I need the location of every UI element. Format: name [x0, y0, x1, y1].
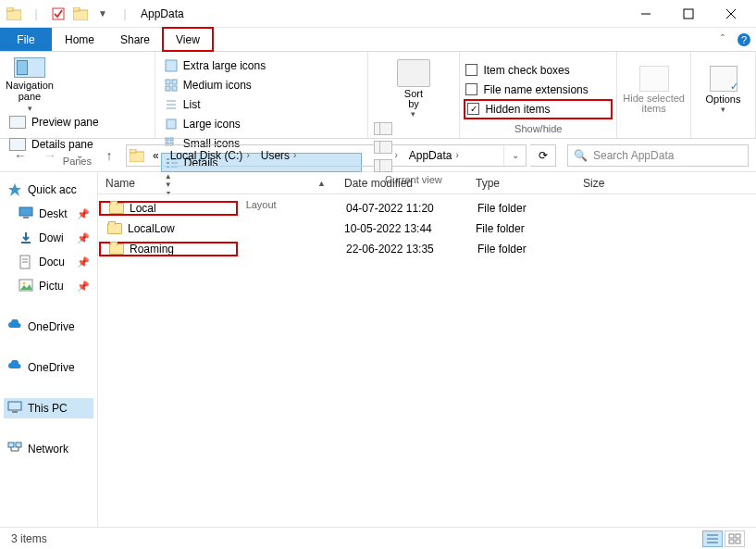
tree-desktop[interactable]: Deskt📌 [4, 204, 93, 224]
nav-tree[interactable]: Quick acc Deskt📌 Dowi📌 Docu📌 Pictu📌 OneD… [0, 172, 98, 527]
hide-selected-icon [639, 66, 669, 92]
ribbon-tabstrip: File Home Share View ˆ ? [0, 28, 756, 52]
tab-home[interactable]: Home [52, 28, 107, 51]
layout-list[interactable]: List [161, 94, 362, 114]
view-details-button[interactable] [702, 530, 723, 547]
pc-icon [7, 401, 22, 416]
forward-button[interactable]: → [37, 143, 63, 168]
tree-onedrive[interactable]: OneDrive [4, 317, 93, 337]
svg-rect-51 [729, 534, 734, 538]
large-icon [165, 118, 178, 131]
list-item[interactable]: Roaming 22-06-2022 13:35 File folder [98, 239, 756, 259]
chevron-right-icon[interactable]: › [394, 150, 397, 160]
svg-text:?: ? [741, 34, 747, 45]
svg-rect-14 [166, 86, 170, 91]
breadcrumb-item[interactable]: Local Disk (C:)› [165, 145, 255, 166]
status-item-count: 3 items [11, 532, 47, 545]
folder-icon [109, 203, 124, 214]
column-header-date[interactable]: Date modified [337, 172, 468, 193]
column-header-size[interactable]: Size [576, 172, 650, 193]
file-list-area: Name ▲ Date modified Type Size Local 04-… [98, 172, 756, 527]
add-columns-button[interactable] [374, 141, 392, 154]
svg-rect-44 [16, 443, 21, 447]
list-item[interactable]: Local 04-07-2022 11:20 File folder [98, 198, 756, 218]
minimize-button[interactable] [625, 0, 667, 28]
refresh-button[interactable]: ⟳ [530, 144, 556, 167]
chevron-right-icon[interactable]: › [246, 150, 249, 160]
search-placeholder: Search AppData [593, 149, 674, 162]
list-item[interactable]: LocalLow 10-05-2022 13:44 File folder [98, 218, 756, 239]
svg-rect-4 [73, 7, 80, 11]
tree-this-pc[interactable]: This PC [4, 398, 93, 418]
group-by-button[interactable] [374, 122, 392, 135]
maximize-button[interactable] [667, 0, 710, 28]
collapse-ribbon-icon[interactable]: ˆ [713, 28, 732, 51]
address-history-dropdown[interactable]: ⌄ [503, 145, 526, 166]
preview-pane-button[interactable]: Preview pane [9, 113, 149, 131]
view-thumbnails-button[interactable] [725, 530, 745, 547]
close-button[interactable] [710, 0, 752, 28]
tab-view[interactable]: View [163, 28, 213, 51]
svg-rect-52 [736, 534, 740, 538]
downloads-icon [19, 231, 33, 245]
help-icon[interactable]: ? [732, 28, 756, 51]
qat-properties-icon[interactable] [48, 4, 68, 24]
hidden-items-toggle[interactable]: ✓ Hidden items [465, 101, 611, 118]
breadcrumb-overflow[interactable]: « [147, 145, 165, 166]
group-label-show-hide: Show/hide [465, 121, 611, 136]
quick-access-toolbar: | ▼ | AppData [4, 4, 184, 24]
cloud-icon [7, 319, 22, 334]
breadcrumb-item[interactable]: Users› [255, 145, 303, 166]
svg-rect-41 [8, 402, 21, 410]
hide-selected-button: Hide selected items [623, 56, 685, 121]
svg-rect-3 [73, 10, 88, 20]
item-check-boxes-toggle[interactable]: Item check boxes [465, 62, 611, 79]
medium-icon [165, 79, 178, 92]
layout-medium[interactable]: Medium icons [161, 75, 362, 94]
qat-separator-icon: | [115, 4, 135, 24]
up-button[interactable]: ↑ [96, 143, 122, 168]
tree-documents[interactable]: Docu📌 [4, 252, 93, 272]
cloud-icon [7, 360, 22, 375]
tab-share[interactable]: Share [107, 28, 163, 51]
layout-large[interactable]: Large icons [161, 114, 362, 133]
pin-icon: 📌 [77, 256, 90, 268]
column-headers: Name ▲ Date modified Type Size [98, 172, 756, 194]
status-bar: 3 items [0, 527, 756, 549]
tree-network[interactable]: Network [4, 439, 93, 459]
column-header-name[interactable]: Name ▲ [98, 172, 337, 193]
sort-by-button[interactable]: Sort by ▾ [374, 59, 454, 119]
options-button[interactable]: Options ▾ [697, 56, 750, 121]
size-columns-button[interactable] [374, 159, 392, 172]
search-input[interactable]: 🔍 Search AppData [567, 144, 749, 167]
options-icon [710, 66, 737, 92]
app-icon[interactable] [4, 4, 24, 24]
svg-rect-30 [130, 152, 144, 162]
tab-file[interactable]: File [0, 28, 52, 51]
ribbon-group-current-view: Sort by ▾ Current view [368, 52, 461, 138]
pin-icon: 📌 [77, 232, 90, 244]
qat-dropdown-icon[interactable]: ▼ [93, 4, 113, 24]
column-header-type[interactable]: Type [468, 172, 576, 193]
file-list[interactable]: Local 04-07-2022 11:20 File folder Local… [98, 194, 756, 259]
tree-quick-access[interactable]: Quick acc [4, 180, 93, 200]
chevron-right-icon[interactable]: › [455, 150, 458, 160]
address-bar[interactable]: « Local Disk (C:)› Users› › AppData› ⌄ [126, 144, 527, 167]
qat-newfolder-icon[interactable] [70, 4, 91, 24]
ribbon-group-options: Options ▾ [691, 52, 756, 138]
checkbox-icon [465, 64, 477, 76]
breadcrumb-item[interactable]: AppData› [403, 145, 465, 166]
back-button[interactable]: ← [7, 143, 33, 168]
svg-rect-6 [684, 9, 693, 19]
layout-extra-large[interactable]: Extra large icons [161, 56, 362, 75]
chevron-right-icon[interactable]: › [293, 150, 296, 160]
tree-downloads[interactable]: Dowi📌 [4, 228, 93, 248]
tree-onedrive[interactable]: OneDrive [4, 357, 93, 378]
qat-separator-icon: | [26, 4, 46, 24]
navigation-pane-button[interactable]: Navigation pane ▾ [6, 56, 54, 113]
recent-locations-button[interactable]: ⌄ [67, 143, 93, 168]
tree-pictures[interactable]: Pictu📌 [4, 276, 93, 296]
main-area: Quick acc Deskt📌 Dowi📌 Docu📌 Pictu📌 OneD… [0, 172, 756, 527]
file-name-extensions-toggle[interactable]: File name extensions [465, 81, 611, 98]
sort-by-icon [397, 59, 430, 87]
